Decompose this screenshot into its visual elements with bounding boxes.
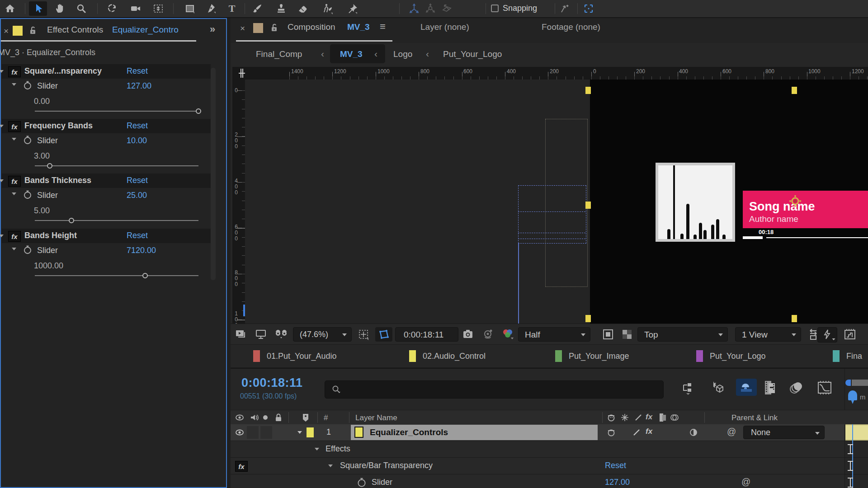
layer-label-swatch[interactable] bbox=[307, 427, 314, 437]
histogram-icon[interactable] bbox=[844, 328, 856, 341]
param-label[interactable]: Slider bbox=[37, 81, 58, 91]
layer-duration-bar[interactable] bbox=[845, 424, 868, 441]
param-label[interactable]: Slider bbox=[37, 136, 58, 145]
channel-rgb-icon[interactable] bbox=[501, 328, 514, 341]
param-value[interactable]: 10.00 bbox=[127, 136, 147, 145]
home-icon[interactable] bbox=[1, 1, 19, 16]
label-color-swatch[interactable] bbox=[253, 350, 260, 362]
twirl-down-icon[interactable] bbox=[0, 235, 4, 237]
scrollbar[interactable] bbox=[211, 68, 216, 280]
region-capture-icon[interactable] bbox=[580, 1, 598, 16]
selection-handle[interactable] bbox=[585, 87, 591, 94]
index-column-header[interactable]: # bbox=[324, 413, 328, 422]
effects-group-label[interactable]: Effects bbox=[326, 444, 350, 454]
stopwatch-icon[interactable] bbox=[23, 245, 33, 255]
parent-link-column-header[interactable]: Parent & Link bbox=[731, 413, 778, 422]
quality-column-icon[interactable] bbox=[634, 413, 643, 422]
motion-blur-column-icon[interactable] bbox=[670, 413, 679, 422]
panel-tab-target[interactable]: MV_3 bbox=[347, 22, 370, 32]
shy-column-icon[interactable] bbox=[607, 413, 616, 422]
close-panel-button[interactable]: × bbox=[240, 23, 245, 33]
selection-tool[interactable] bbox=[29, 1, 47, 16]
fast-previews-toggle[interactable] bbox=[817, 327, 837, 343]
brush-tool[interactable] bbox=[248, 1, 266, 16]
effect-name[interactable]: Frequency Bands bbox=[24, 121, 93, 131]
effect-reset-button[interactable]: Reset bbox=[127, 176, 148, 185]
effect-name[interactable]: Bands Height bbox=[24, 231, 77, 240]
pick-whip-icon[interactable]: @ bbox=[727, 427, 736, 437]
type-tool[interactable]: T bbox=[223, 1, 241, 16]
show-snapshot-icon[interactable] bbox=[482, 328, 494, 340]
param-value[interactable]: 127.00 bbox=[127, 81, 151, 91]
fx-badge[interactable]: fx bbox=[8, 231, 21, 242]
selection-handle[interactable] bbox=[792, 87, 797, 94]
draft-3d-icon[interactable] bbox=[709, 380, 724, 396]
label-text[interactable]: Fina bbox=[846, 352, 862, 361]
layer-quality-icon[interactable] bbox=[632, 428, 641, 437]
effect-reset-button[interactable]: Reset bbox=[127, 231, 148, 240]
local-axis-mode-icon[interactable] bbox=[405, 1, 423, 16]
selection-handle[interactable] bbox=[585, 315, 591, 322]
rectangle-tool[interactable] bbox=[181, 1, 199, 16]
effect-reset-button[interactable]: Reset bbox=[127, 66, 148, 76]
primary-viewer-icon[interactable] bbox=[255, 328, 267, 340]
layer-visibility-eye-icon[interactable] bbox=[235, 428, 244, 437]
breadcrumb-final-comp[interactable]: Final_Comp bbox=[256, 49, 302, 59]
horizontal-ruler[interactable]: 1400 1200 1000 800 600 400 200 0 200 400… bbox=[245, 67, 868, 80]
resolution-dropdown[interactable]: Half bbox=[518, 327, 590, 342]
fx-column-icon[interactable]: fx bbox=[646, 413, 652, 422]
panel-tab-title[interactable]: Effect Controls bbox=[47, 25, 103, 35]
view-layout-dropdown[interactable]: 1 View bbox=[735, 327, 801, 342]
preview-time-display[interactable]: 0:00:18:11 bbox=[395, 327, 458, 342]
always-preview-icon[interactable] bbox=[235, 328, 247, 340]
group-twirl-icon[interactable] bbox=[315, 448, 319, 450]
layer-twirl-icon[interactable] bbox=[297, 431, 302, 434]
breadcrumb-logo[interactable]: Logo bbox=[393, 49, 412, 59]
clone-stamp-tool[interactable] bbox=[272, 1, 290, 16]
rotation-tool[interactable] bbox=[103, 1, 121, 16]
effect-reset-button[interactable]: Reset bbox=[605, 461, 626, 470]
label-text[interactable]: Put_Your_Logo bbox=[710, 352, 765, 361]
breadcrumb-active-box[interactable]: MV_3 ‹ bbox=[330, 44, 385, 63]
pan-behind-tool[interactable] bbox=[149, 1, 167, 16]
audio-column-icon[interactable] bbox=[250, 413, 259, 422]
view-dropdown[interactable]: Top bbox=[637, 327, 728, 342]
effects-group-row[interactable]: Effects bbox=[231, 441, 844, 457]
slider-thumb[interactable] bbox=[47, 163, 52, 169]
time-navigator-start[interactable] bbox=[845, 380, 851, 386]
twirl-down-icon[interactable] bbox=[0, 179, 4, 182]
hand-tool[interactable] bbox=[51, 1, 69, 16]
stopwatch-icon[interactable] bbox=[23, 80, 33, 90]
transparency-grid-icon[interactable] bbox=[621, 328, 633, 340]
playhead-point[interactable] bbox=[851, 399, 854, 404]
label-text[interactable]: 02.Audio_Control bbox=[423, 352, 486, 361]
property-row[interactable]: Slider 127.00 @ bbox=[231, 474, 844, 488]
zoom-tool[interactable] bbox=[72, 1, 90, 16]
slider-thumb[interactable] bbox=[196, 108, 201, 114]
panel-menu-icon[interactable]: ≡ bbox=[380, 21, 386, 33]
label-text[interactable]: 01.Put_Your_Audio bbox=[267, 352, 336, 361]
panel-overflow-button[interactable]: » bbox=[210, 23, 215, 35]
twirl-down-icon[interactable] bbox=[12, 248, 16, 250]
eraser-tool[interactable] bbox=[294, 1, 312, 16]
layer-effects-toggle-icon[interactable] bbox=[689, 428, 698, 437]
frame-blend-column-icon[interactable] bbox=[658, 413, 667, 422]
effect-row[interactable]: fx Square/Bar Transparency Reset bbox=[231, 458, 844, 474]
region-of-interest-icon[interactable] bbox=[602, 328, 614, 340]
property-value[interactable]: 127.00 bbox=[605, 478, 630, 487]
timeline-search-input[interactable] bbox=[325, 380, 664, 399]
effect-name[interactable]: Bands Thickness bbox=[24, 176, 91, 185]
audio-cell[interactable] bbox=[247, 426, 259, 439]
world-axis-mode-icon[interactable] bbox=[421, 1, 439, 16]
solo-cell[interactable] bbox=[260, 426, 272, 439]
collapse-column-icon[interactable] bbox=[620, 413, 629, 422]
slider-track[interactable] bbox=[35, 165, 198, 166]
fx-badge[interactable]: fx bbox=[8, 66, 21, 77]
auto-keyframe-icon[interactable] bbox=[788, 380, 804, 395]
slider-track[interactable] bbox=[35, 111, 198, 112]
snap-options-icon[interactable] bbox=[555, 1, 573, 16]
label-color-swatch[interactable] bbox=[409, 350, 416, 362]
ruler-origin[interactable] bbox=[232, 67, 245, 80]
motion-blur-toggle[interactable] bbox=[736, 379, 757, 396]
comp-mini-flowchart-icon[interactable] bbox=[681, 381, 695, 396]
